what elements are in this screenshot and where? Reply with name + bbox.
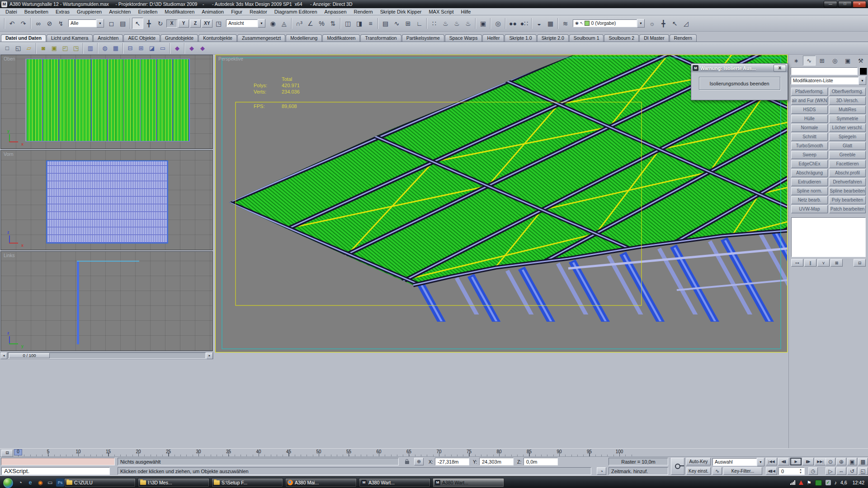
menu-modifikatoren[interactable]: Modifikatoren (161, 9, 198, 14)
mirror-icon[interactable]: ◨ (354, 18, 365, 29)
unlink-selection-icon[interactable]: ⊘ (44, 18, 55, 29)
help-tutorials-icon[interactable]: ◆ (186, 43, 197, 53)
tab-modifikatoren[interactable]: Modifikatoren (322, 34, 360, 42)
tab-grundobjekte[interactable]: Grundobjekte (160, 34, 198, 42)
tab-konturobjekte[interactable]: Konturobjekte (198, 34, 237, 42)
sidebar-icon[interactable]: ◔ (16, 479, 24, 487)
menu-datei[interactable]: Datei (2, 9, 21, 14)
modifier-button-normale[interactable]: Normale (791, 124, 828, 132)
motion-tab[interactable]: ◎ (829, 56, 842, 66)
chevron-down-icon[interactable]: ▼ (859, 76, 866, 85)
nvidia-tray-icon[interactable] (815, 480, 822, 486)
network-signal-icon[interactable] (790, 480, 795, 485)
previous-key-icon[interactable]: ◀▮◀ (766, 467, 777, 475)
menu-erstellen[interactable]: Erstellen (134, 9, 161, 14)
modifier-button-facettieren[interactable]: Facettieren (829, 160, 866, 168)
menu-max-script[interactable]: MAX Script (425, 9, 457, 14)
time-configuration-icon[interactable]: ◷ (808, 467, 818, 475)
hierarchy-tab[interactable]: ⊞ (816, 56, 829, 66)
modifier-button-multires[interactable]: MultiRes (829, 106, 866, 114)
render-setup-icon[interactable]: ♨ (440, 18, 451, 29)
flag-icon[interactable]: ⚑ (807, 480, 811, 486)
time-slider-right-arrow-icon[interactable]: ▸ (206, 352, 213, 359)
modifier-button-3d-versch[interactable]: 3D-Versch. (829, 97, 866, 105)
z-coordinate-field[interactable]: 0,0m (524, 458, 558, 465)
help-info-icon[interactable]: ◆ (197, 43, 208, 53)
close-button[interactable]: × (853, 1, 866, 8)
taskbar-button-i-3d-mes-1[interactable]: I:\3D Mes... (138, 478, 209, 487)
configure-modifier-sets-icon[interactable]: ⊟ (854, 259, 866, 267)
modifier-button-hsds[interactable]: HSDS (791, 106, 828, 114)
menu-bearbeiten[interactable]: Bearbeiten (21, 9, 52, 14)
save-copy-icon[interactable]: ▣ (49, 43, 60, 53)
align-icon[interactable]: ≡ (365, 18, 376, 29)
tab-skripte-2-0[interactable]: Skripte 2.0 (537, 34, 569, 42)
viewport-front-label[interactable]: Vorn (4, 151, 14, 157)
modifier-button-extrudieren[interactable]: Extrudieren (791, 178, 828, 186)
previous-frame-button[interactable]: ◀▮ (778, 458, 789, 465)
photoshop-icon[interactable]: Ps (56, 479, 64, 487)
environment-icon[interactable]: ◎ (492, 18, 504, 29)
key-filter-button[interactable]: Key-Filter... (723, 467, 762, 475)
viewport-left[interactable]: Links z y (0, 251, 213, 351)
light-falloff-icon[interactable]: ☼ (646, 18, 658, 29)
zoom-icon[interactable]: ⊙ (826, 458, 835, 465)
layer-window-icon[interactable]: ◒ (533, 18, 545, 29)
modifier-button-spiegeln[interactable]: Spiegeln (829, 133, 866, 141)
modifier-button-h-lle[interactable]: Hülle (791, 115, 828, 123)
absolute-mode-transform-icon[interactable]: ⊕ (414, 458, 424, 465)
modifier-button-greeble[interactable]: Greeble (829, 151, 866, 159)
render-last-icon[interactable]: ♨ (451, 18, 462, 29)
internet-explorer-icon[interactable]: e (26, 479, 34, 487)
track-bar[interactable]: ⊟ 05101520253035404550556065707580859095… (0, 448, 868, 457)
selection-filter-dropdown[interactable]: Alle▼ (68, 19, 104, 28)
start-button[interactable] (3, 478, 14, 488)
modifier-button-air-and-fur-wkn[interactable]: air and Fur (WKN (791, 97, 828, 105)
tab-rendern[interactable]: Rendern (670, 34, 697, 42)
modifier-button-sweep[interactable]: Sweep (791, 151, 828, 159)
xref-objects-icon[interactable]: ▥ (85, 43, 96, 53)
select-and-link-icon[interactable]: ∞ (33, 18, 44, 29)
curve-editor-icon[interactable]: ∿ (391, 18, 402, 29)
firefox-quick-icon[interactable]: ◉ (36, 479, 44, 487)
tab-datei-und-daten[interactable]: Datei und Daten (1, 34, 46, 42)
go-to-start-button[interactable]: |◀◀ (766, 458, 777, 465)
chevron-down-icon[interactable]: ▼ (96, 19, 104, 28)
menu-diagramm-editoren[interactable]: Diagramm Editoren (271, 9, 321, 14)
set-key-mode-button[interactable]: Key einst. (686, 467, 711, 475)
modifier-button-spline-bearbeiten[interactable]: Spline bearbeiten (829, 187, 866, 195)
viewport-top-label[interactable]: Oben (4, 56, 15, 61)
asset-browser-icon[interactable]: ◍ (99, 43, 110, 53)
select-and-manipulate-icon[interactable]: ◬ (278, 18, 290, 29)
layer-dropdown[interactable]: ◉↖0 (Vorgabe)▼ (573, 19, 645, 28)
maxscript-mini-listener[interactable]: AXScript. (1, 467, 110, 475)
modifier-button-turbosmooth[interactable]: TurboSmooth (791, 142, 828, 150)
maximize-viewport-icon[interactable]: ◱ (858, 467, 868, 475)
menu-hilfe[interactable]: Hilfe (457, 9, 474, 14)
rendered-frame-window-icon[interactable]: ▣ (477, 18, 489, 29)
export-file-icon[interactable]: ▭ (157, 43, 168, 53)
chevron-down-icon[interactable]: ▼ (757, 458, 764, 466)
modifier-button-drehverfahren[interactable]: Drehverfahren (829, 178, 866, 186)
modifier-button-netz-bearb[interactable]: Netz bearb. (791, 196, 828, 204)
auto-key-button[interactable]: Auto-Key (686, 458, 711, 465)
fetch-scene-icon[interactable]: ◳ (71, 43, 81, 53)
taskbar-button-c-zulu-0[interactable]: C:\ZULU (64, 478, 136, 487)
restrict-y-button[interactable]: Y (178, 19, 189, 28)
tab-ansichten[interactable]: Ansichten (93, 34, 123, 42)
minimize-button[interactable]: — (824, 1, 837, 8)
warning-dialog-titlebar[interactable]: M Warnung: Isolierte Aus... X (691, 64, 788, 72)
time-slider[interactable]: ◂ 0 / 100 ▸ (0, 352, 213, 359)
reference-coordinate-dropdown[interactable]: Ansicht▼ (226, 19, 265, 28)
usb-device-icon[interactable]: ✓ (826, 480, 831, 485)
tab-transformation[interactable]: Transformation (360, 34, 401, 42)
x-coordinate-field[interactable]: -27,318m (435, 458, 469, 465)
menu-ansichten[interactable]: Ansichten (105, 9, 134, 14)
zoom-all-icon[interactable]: ⊕ (836, 458, 846, 465)
menu-figur[interactable]: Figur (227, 9, 246, 14)
import-file-icon[interactable]: ◪ (146, 43, 157, 53)
new-scene-icon[interactable]: □ (2, 43, 13, 53)
tab-di-master[interactable]: DI Master (639, 34, 669, 42)
menu-animation[interactable]: Animation (198, 9, 227, 14)
replace-file-icon[interactable]: ⊞ (136, 43, 146, 53)
